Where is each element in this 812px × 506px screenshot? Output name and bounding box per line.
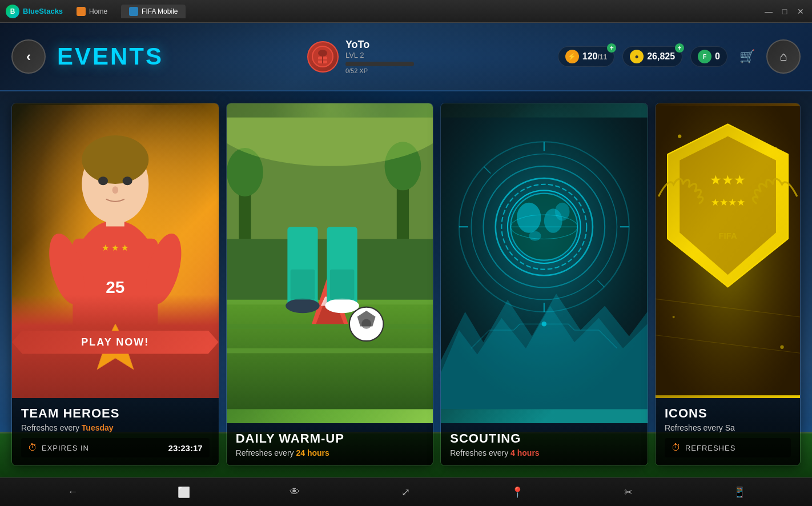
- event-card-daily-warmup[interactable]: DAILY WARM-UP Refreshes every 24 hours: [226, 103, 434, 466]
- team-heroes-refresh: Refreshes every Tuesday: [21, 423, 210, 432]
- location-button[interactable]: 📍: [507, 482, 528, 503]
- header-right: + ⚡ 120/11 + ● 26,825 F 0 🛒 ⌂: [558, 39, 801, 74]
- xp-bar-container: 0/52 XP: [345, 62, 414, 74]
- scouting-refresh: Refreshes every 4 hours: [450, 448, 638, 457]
- back-arrow-button[interactable]: ←: [62, 482, 83, 503]
- scouting-background: [441, 103, 648, 423]
- xp-text: 0/52 XP: [345, 67, 414, 74]
- warmup-background: [227, 103, 433, 423]
- coins-value: 26,825: [647, 51, 675, 62]
- minimize-button[interactable]: —: [763, 6, 774, 17]
- fifa-points-value: 0: [715, 51, 720, 62]
- coins-plus-icon: +: [675, 43, 684, 53]
- svg-point-76: [672, 316, 674, 318]
- svg-point-66: [542, 322, 547, 327]
- svg-rect-40: [290, 270, 315, 300]
- svg-point-77: [780, 346, 783, 349]
- title-bar: B BlueStacks Home FIFA Mobile — □ ✕: [0, 0, 812, 23]
- event-card-team-heroes[interactable]: 25 ★ ★ ★ PLAY NOW! TEAM HEROES Re: [11, 103, 219, 466]
- player-info: YoTo LVL 2 0/52 XP: [307, 39, 414, 74]
- svg-rect-29: [227, 348, 433, 354]
- player-name: YoTo: [345, 39, 414, 51]
- timer-icon: ⏱: [28, 443, 37, 453]
- svg-point-38: [286, 299, 320, 314]
- maximize-button[interactable]: □: [779, 6, 790, 17]
- svg-text:★★★★: ★★★★: [710, 197, 745, 208]
- header-center: YoTo LVL 2 0/52 XP: [175, 39, 546, 74]
- svg-point-74: [678, 134, 681, 138]
- back-button[interactable]: ‹: [11, 39, 46, 74]
- svg-text:FIFA: FIFA: [718, 231, 737, 240]
- play-now-label: PLAY NOW!: [81, 336, 149, 348]
- svg-point-75: [775, 147, 777, 150]
- window-controls: — □ ✕: [763, 6, 806, 17]
- svg-text:25: 25: [106, 278, 124, 296]
- icons-title: ICONS: [665, 406, 791, 421]
- home-tab-icon: [77, 7, 86, 16]
- team-badge[interactable]: [307, 41, 339, 73]
- warmup-refresh: Refreshes every 24 hours: [236, 448, 424, 457]
- tab-home-label: Home: [89, 7, 107, 15]
- tab-home[interactable]: Home: [69, 5, 115, 18]
- energy-value: 120/11: [582, 51, 607, 62]
- warmup-image: [227, 103, 433, 423]
- warmup-title: DAILY WARM-UP: [236, 431, 424, 446]
- icons-info: ICONS Refreshes every Sa ⏱ REFRESHES: [656, 398, 800, 465]
- svg-text:★★★: ★★★: [710, 172, 746, 187]
- energy-current: 120: [582, 51, 598, 61]
- close-button[interactable]: ✕: [795, 6, 806, 17]
- svg-point-15: [112, 186, 118, 194]
- svg-point-54: [529, 231, 541, 241]
- phone-button[interactable]: 📱: [729, 482, 750, 503]
- player-details: YoTo LVL 2 0/52 XP: [345, 39, 414, 74]
- event-card-scouting[interactable]: SCOUTING Refreshes every 4 hours: [440, 103, 648, 466]
- energy-plus-icon: +: [607, 43, 616, 53]
- team-heroes-image: 25 ★ ★ ★ PLAY NOW!: [12, 103, 219, 398]
- page-title: EVENTS: [57, 43, 163, 70]
- svg-point-51: [517, 203, 541, 233]
- home-button[interactable]: ⌂: [766, 39, 801, 74]
- scouting-image: [441, 103, 648, 423]
- svg-rect-28: [227, 324, 433, 329]
- resize-button[interactable]: ⤢: [396, 482, 416, 503]
- expires-label: EXPIRES IN: [42, 444, 89, 452]
- icons-timer-icon: ⏱: [672, 443, 681, 453]
- energy-max: 11: [600, 53, 607, 61]
- eye-button[interactable]: 👁: [284, 482, 305, 503]
- bs-logo-text: BlueStacks: [23, 7, 63, 15]
- icons-image: ★★★ ★★★★ FIFA: [656, 103, 800, 398]
- svg-point-13: [98, 176, 108, 185]
- fifa-points-icon: F: [698, 50, 711, 63]
- icons-background: ★★★ ★★★★ FIFA: [656, 103, 800, 398]
- tab-fifa-label: FIFA Mobile: [142, 7, 178, 15]
- expires-value: 23:23:17: [168, 443, 203, 453]
- coins-currency[interactable]: + ● 26,825: [622, 46, 682, 67]
- energy-icon: ⚡: [565, 50, 579, 63]
- icons-timer: ⏱ REFRESHES: [665, 438, 791, 457]
- icons-timer-label: REFRESHES: [685, 444, 735, 452]
- warmup-info: DAILY WARM-UP Refreshes every 24 hours: [227, 423, 433, 465]
- team-heroes-timer: ⏱ EXPIRES IN 23:23:17: [21, 438, 210, 457]
- cart-button[interactable]: 🛒: [735, 45, 758, 68]
- fifa-points-currency[interactable]: F 0: [690, 46, 727, 67]
- xp-bar: [345, 62, 414, 66]
- bluestacks-logo: B BlueStacks: [6, 5, 63, 18]
- svg-point-1: [318, 50, 327, 57]
- main-content: 25 ★ ★ ★ PLAY NOW! TEAM HEROES Re: [0, 91, 812, 477]
- coins-icon: ●: [630, 50, 644, 63]
- player-level: LVL 2: [345, 51, 414, 59]
- play-now-banner[interactable]: PLAY NOW!: [12, 331, 219, 354]
- tab-fifa[interactable]: FIFA Mobile: [121, 5, 186, 18]
- home-square-button[interactable]: ⬜: [174, 482, 194, 503]
- event-card-icons[interactable]: ★★★ ★★★★ FIFA: [655, 103, 801, 466]
- fifa-tab-icon: [129, 7, 138, 16]
- scouting-info: SCOUTING Refreshes every 4 hours: [441, 423, 648, 465]
- svg-text:★ ★ ★: ★ ★ ★: [102, 243, 128, 252]
- scissors-button[interactable]: ✂: [618, 482, 638, 503]
- scouting-title: SCOUTING: [450, 431, 638, 446]
- svg-point-12: [82, 135, 148, 184]
- svg-point-14: [123, 176, 132, 185]
- energy-currency[interactable]: + ⚡ 120/11: [558, 46, 614, 67]
- team-heroes-info: TEAM HEROES Refreshes every Tuesday ⏱ EX…: [12, 398, 219, 465]
- bs-logo-icon: B: [6, 5, 19, 18]
